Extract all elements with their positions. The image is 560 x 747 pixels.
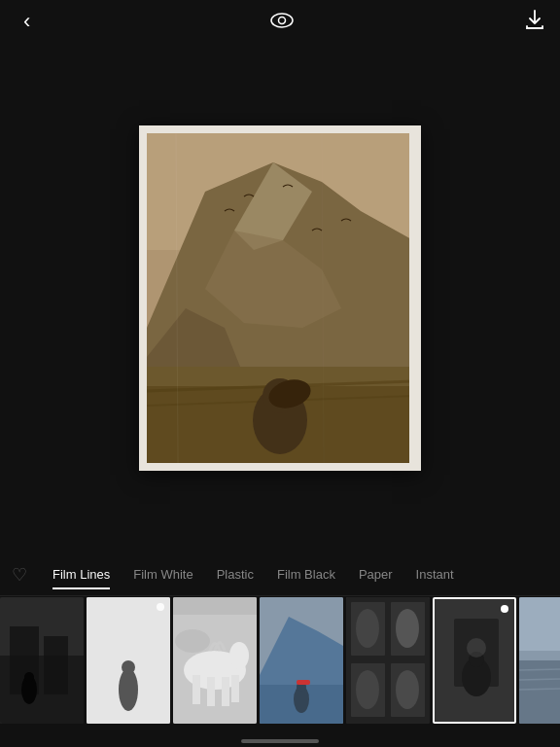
svg-point-23	[24, 672, 34, 682]
svg-point-34	[229, 642, 249, 669]
download-button[interactable]	[525, 9, 544, 35]
polaroid-frame	[139, 125, 421, 471]
tab-plastic[interactable]: Plastic	[205, 559, 265, 589]
tab-instant[interactable]: Instant	[404, 559, 466, 589]
svg-rect-30	[192, 675, 200, 704]
svg-point-50	[356, 670, 379, 709]
thumb-2-dot	[157, 603, 164, 611]
thumbnail-6[interactable]	[433, 597, 516, 724]
svg-point-56	[467, 638, 486, 658]
filter-tabs: Film Lines Film White Plastic Film Black…	[41, 559, 466, 589]
tab-film-lines[interactable]: Film Lines	[41, 559, 122, 589]
heart-button[interactable]: ♡	[8, 560, 31, 589]
thumbnail-2[interactable]	[87, 597, 170, 724]
thumbnail-strip	[0, 597, 560, 729]
top-bar: ‹	[0, 0, 560, 43]
main-photo	[147, 133, 413, 463]
filter-tabs-container: ♡ Film Lines Film White Plastic Film Bla…	[0, 553, 560, 596]
back-button[interactable]: ‹	[16, 1, 38, 42]
svg-rect-33	[231, 675, 239, 702]
thumbnail-1[interactable]	[0, 597, 84, 724]
svg-point-49	[396, 609, 419, 648]
svg-point-27	[122, 660, 135, 674]
svg-rect-17	[147, 133, 413, 463]
tab-film-white[interactable]: Film White	[122, 559, 204, 589]
preview-area	[0, 43, 560, 552]
tab-film-black[interactable]: Film Black	[265, 559, 347, 589]
svg-point-51	[396, 670, 419, 709]
svg-point-0	[271, 14, 293, 27]
tab-paper[interactable]: Paper	[347, 559, 404, 589]
svg-point-26	[119, 668, 138, 711]
svg-point-48	[356, 609, 379, 648]
svg-rect-32	[222, 677, 229, 706]
thumbnail-4[interactable]	[260, 597, 343, 724]
svg-point-1	[278, 17, 285, 23]
svg-rect-31	[207, 677, 215, 706]
thumbnail-3[interactable]	[173, 597, 257, 724]
eye-icon[interactable]	[270, 11, 294, 33]
thumbnail-5[interactable]	[346, 597, 430, 724]
scroll-indicator	[241, 739, 319, 743]
svg-rect-35	[173, 597, 257, 615]
thumb-6-dot	[501, 605, 508, 613]
svg-rect-42	[297, 680, 310, 685]
svg-rect-21	[44, 636, 68, 694]
thumbnail-7[interactable]	[519, 597, 560, 724]
svg-rect-62	[519, 597, 560, 651]
svg-point-36	[175, 629, 210, 653]
